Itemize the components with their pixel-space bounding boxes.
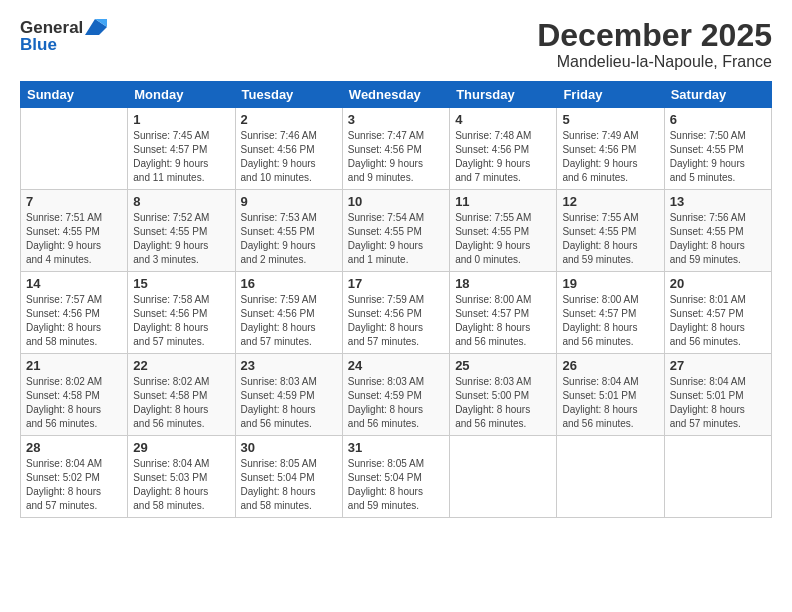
day-number: 25 [455,358,551,373]
calendar-header: SundayMondayTuesdayWednesdayThursdayFrid… [21,82,772,108]
calendar-body: 1Sunrise: 7:45 AM Sunset: 4:57 PM Daylig… [21,108,772,518]
header-cell-friday: Friday [557,82,664,108]
day-number: 4 [455,112,551,127]
calendar-cell: 2Sunrise: 7:46 AM Sunset: 4:56 PM Daylig… [235,108,342,190]
calendar-cell [450,436,557,518]
calendar-cell [557,436,664,518]
calendar-cell: 15Sunrise: 7:58 AM Sunset: 4:56 PM Dayli… [128,272,235,354]
day-number: 16 [241,276,337,291]
day-number: 12 [562,194,658,209]
day-number: 7 [26,194,122,209]
day-info: Sunrise: 7:56 AM Sunset: 4:55 PM Dayligh… [670,211,766,267]
day-info: Sunrise: 8:03 AM Sunset: 4:59 PM Dayligh… [241,375,337,431]
calendar-cell: 11Sunrise: 7:55 AM Sunset: 4:55 PM Dayli… [450,190,557,272]
calendar-cell: 23Sunrise: 8:03 AM Sunset: 4:59 PM Dayli… [235,354,342,436]
day-info: Sunrise: 8:03 AM Sunset: 5:00 PM Dayligh… [455,375,551,431]
calendar-cell: 25Sunrise: 8:03 AM Sunset: 5:00 PM Dayli… [450,354,557,436]
calendar-cell: 28Sunrise: 8:04 AM Sunset: 5:02 PM Dayli… [21,436,128,518]
day-number: 31 [348,440,444,455]
day-info: Sunrise: 7:52 AM Sunset: 4:55 PM Dayligh… [133,211,229,267]
calendar-cell [21,108,128,190]
day-number: 5 [562,112,658,127]
calendar-cell: 4Sunrise: 7:48 AM Sunset: 4:56 PM Daylig… [450,108,557,190]
day-number: 24 [348,358,444,373]
header-cell-monday: Monday [128,82,235,108]
title-block: December 2025 Mandelieu-la-Napoule, Fran… [537,18,772,71]
header-cell-saturday: Saturday [664,82,771,108]
day-number: 30 [241,440,337,455]
calendar-cell: 10Sunrise: 7:54 AM Sunset: 4:55 PM Dayli… [342,190,449,272]
day-number: 20 [670,276,766,291]
day-info: Sunrise: 7:55 AM Sunset: 4:55 PM Dayligh… [455,211,551,267]
day-info: Sunrise: 7:57 AM Sunset: 4:56 PM Dayligh… [26,293,122,349]
day-info: Sunrise: 7:55 AM Sunset: 4:55 PM Dayligh… [562,211,658,267]
day-number: 11 [455,194,551,209]
day-info: Sunrise: 8:04 AM Sunset: 5:01 PM Dayligh… [670,375,766,431]
calendar-cell: 17Sunrise: 7:59 AM Sunset: 4:56 PM Dayli… [342,272,449,354]
week-row-2: 7Sunrise: 7:51 AM Sunset: 4:55 PM Daylig… [21,190,772,272]
day-number: 26 [562,358,658,373]
calendar-cell: 1Sunrise: 7:45 AM Sunset: 4:57 PM Daylig… [128,108,235,190]
day-number: 1 [133,112,229,127]
week-row-3: 14Sunrise: 7:57 AM Sunset: 4:56 PM Dayli… [21,272,772,354]
header-cell-wednesday: Wednesday [342,82,449,108]
calendar-cell: 8Sunrise: 7:52 AM Sunset: 4:55 PM Daylig… [128,190,235,272]
day-number: 17 [348,276,444,291]
calendar-cell: 18Sunrise: 8:00 AM Sunset: 4:57 PM Dayli… [450,272,557,354]
day-number: 8 [133,194,229,209]
day-number: 28 [26,440,122,455]
calendar-cell: 7Sunrise: 7:51 AM Sunset: 4:55 PM Daylig… [21,190,128,272]
day-info: Sunrise: 8:02 AM Sunset: 4:58 PM Dayligh… [26,375,122,431]
calendar-cell: 22Sunrise: 8:02 AM Sunset: 4:58 PM Dayli… [128,354,235,436]
calendar-cell [664,436,771,518]
week-row-1: 1Sunrise: 7:45 AM Sunset: 4:57 PM Daylig… [21,108,772,190]
calendar-cell: 13Sunrise: 7:56 AM Sunset: 4:55 PM Dayli… [664,190,771,272]
calendar-cell: 14Sunrise: 7:57 AM Sunset: 4:56 PM Dayli… [21,272,128,354]
day-number: 13 [670,194,766,209]
day-info: Sunrise: 8:01 AM Sunset: 4:57 PM Dayligh… [670,293,766,349]
day-number: 3 [348,112,444,127]
location-title: Mandelieu-la-Napoule, France [537,53,772,71]
day-number: 27 [670,358,766,373]
day-info: Sunrise: 8:03 AM Sunset: 4:59 PM Dayligh… [348,375,444,431]
day-info: Sunrise: 7:46 AM Sunset: 4:56 PM Dayligh… [241,129,337,185]
day-info: Sunrise: 7:59 AM Sunset: 4:56 PM Dayligh… [241,293,337,349]
day-number: 15 [133,276,229,291]
day-info: Sunrise: 8:04 AM Sunset: 5:03 PM Dayligh… [133,457,229,513]
logo-blue: Blue [20,35,57,55]
day-number: 6 [670,112,766,127]
day-info: Sunrise: 7:48 AM Sunset: 4:56 PM Dayligh… [455,129,551,185]
day-number: 22 [133,358,229,373]
logo-icon [85,19,107,35]
day-number: 10 [348,194,444,209]
header-cell-sunday: Sunday [21,82,128,108]
calendar-cell: 3Sunrise: 7:47 AM Sunset: 4:56 PM Daylig… [342,108,449,190]
header-row: SundayMondayTuesdayWednesdayThursdayFrid… [21,82,772,108]
calendar-cell: 5Sunrise: 7:49 AM Sunset: 4:56 PM Daylig… [557,108,664,190]
calendar-cell: 6Sunrise: 7:50 AM Sunset: 4:55 PM Daylig… [664,108,771,190]
day-info: Sunrise: 7:54 AM Sunset: 4:55 PM Dayligh… [348,211,444,267]
page-header: General Blue December 2025 Mandelieu-la-… [20,18,772,71]
day-info: Sunrise: 7:58 AM Sunset: 4:56 PM Dayligh… [133,293,229,349]
calendar-cell: 30Sunrise: 8:05 AM Sunset: 5:04 PM Dayli… [235,436,342,518]
calendar-cell: 29Sunrise: 8:04 AM Sunset: 5:03 PM Dayli… [128,436,235,518]
day-info: Sunrise: 7:45 AM Sunset: 4:57 PM Dayligh… [133,129,229,185]
week-row-4: 21Sunrise: 8:02 AM Sunset: 4:58 PM Dayli… [21,354,772,436]
day-info: Sunrise: 8:00 AM Sunset: 4:57 PM Dayligh… [562,293,658,349]
calendar-cell: 12Sunrise: 7:55 AM Sunset: 4:55 PM Dayli… [557,190,664,272]
day-info: Sunrise: 7:50 AM Sunset: 4:55 PM Dayligh… [670,129,766,185]
calendar-cell: 26Sunrise: 8:04 AM Sunset: 5:01 PM Dayli… [557,354,664,436]
day-number: 2 [241,112,337,127]
day-number: 18 [455,276,551,291]
calendar-cell: 16Sunrise: 7:59 AM Sunset: 4:56 PM Dayli… [235,272,342,354]
calendar-cell: 27Sunrise: 8:04 AM Sunset: 5:01 PM Dayli… [664,354,771,436]
day-info: Sunrise: 7:51 AM Sunset: 4:55 PM Dayligh… [26,211,122,267]
day-info: Sunrise: 8:05 AM Sunset: 5:04 PM Dayligh… [241,457,337,513]
day-info: Sunrise: 8:04 AM Sunset: 5:02 PM Dayligh… [26,457,122,513]
header-cell-tuesday: Tuesday [235,82,342,108]
calendar-cell: 24Sunrise: 8:03 AM Sunset: 4:59 PM Dayli… [342,354,449,436]
day-number: 9 [241,194,337,209]
header-cell-thursday: Thursday [450,82,557,108]
calendar-cell: 20Sunrise: 8:01 AM Sunset: 4:57 PM Dayli… [664,272,771,354]
day-info: Sunrise: 8:02 AM Sunset: 4:58 PM Dayligh… [133,375,229,431]
